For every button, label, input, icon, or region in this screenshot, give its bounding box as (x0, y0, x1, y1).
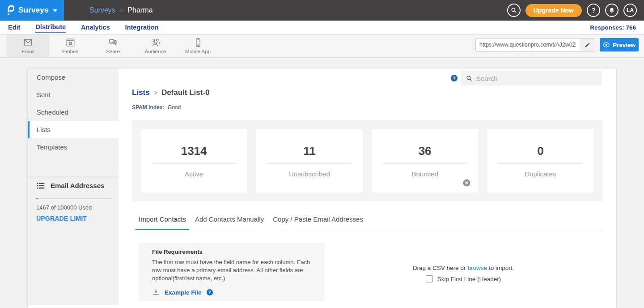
sidebar-item-sent[interactable]: Sent (28, 86, 119, 103)
questionpro-logo-icon (6, 4, 14, 16)
sidebar-item-lists[interactable]: Lists (28, 121, 119, 138)
mobile-phone-icon (193, 38, 203, 47)
spam-index-value: Good (168, 104, 181, 111)
topbar-breadcrumb: Surveys > Pharma (89, 6, 153, 14)
svg-text:$: $ (153, 38, 155, 43)
toolbar-item-label: Embed (62, 49, 78, 54)
clear-bounced-icon[interactable] (462, 179, 471, 187)
question-mark-icon: ? (453, 76, 455, 81)
question-mark-icon: ? (592, 7, 596, 14)
avatar-initials: LA (627, 7, 634, 13)
avatar[interactable]: LA (623, 4, 637, 17)
topbar-actions: Upgrade Now ? LA (507, 4, 644, 17)
stat-divider (382, 163, 467, 164)
stat-label: Unsubscribed (289, 170, 330, 178)
list-stats-panel: 1314 Active 11 Unsubscribed 36 Bounced 0 (132, 120, 602, 201)
survey-url-field (475, 38, 595, 51)
share-bubbles-icon (108, 38, 118, 47)
edit-pencil-icon (585, 42, 590, 48)
preview-button[interactable]: Preview (600, 38, 639, 51)
sidebar-item-compose[interactable]: Compose (28, 68, 119, 86)
stat-card-active[interactable]: 1314 Active (141, 129, 247, 192)
toolbar-item-label: Mobile App (185, 49, 211, 54)
usage-progress-bar (36, 198, 112, 199)
product-switcher[interactable]: Surveys (0, 0, 64, 21)
stat-divider (498, 163, 583, 164)
toolbar-item-share[interactable]: Share (92, 34, 134, 57)
topbar: Surveys Surveys > Pharma Upgrade Now ? L (0, 0, 644, 21)
upgrade-now-button[interactable]: Upgrade Now (525, 4, 582, 17)
stat-divider (267, 163, 352, 164)
toolbar-item-label: Audience (145, 49, 166, 54)
email-envelope-icon (23, 38, 33, 47)
stat-value: 11 (303, 144, 316, 158)
list-lines-icon (37, 182, 45, 189)
tab-import-contacts[interactable]: Import Contacts (136, 215, 189, 230)
question-mark-icon: ? (208, 290, 211, 295)
tab-edit[interactable]: Edit (8, 22, 20, 32)
tab-integration[interactable]: Integration (125, 22, 159, 32)
toolbar-item-mobile-app[interactable]: Mobile App (177, 34, 219, 57)
contacts-tabs: Import Contacts Add Contacts Manually Co… (136, 215, 602, 230)
skip-first-line-row: Skip First Line (Header) (426, 275, 501, 282)
upgrade-limit-link[interactable]: UPGRADE LIMIT (36, 215, 87, 222)
list-breadcrumb: Lists > Default List-0 (132, 88, 210, 97)
stat-card-duplicates[interactable]: 0 Duplicates (487, 129, 593, 192)
tab-copy-paste-email-addresses[interactable]: Copy / Paste Email Addresses (270, 215, 366, 230)
edit-url-button[interactable] (580, 38, 595, 51)
example-file-link[interactable]: Example File (165, 289, 202, 296)
file-requirements-body: The first row must have the field name f… (152, 258, 311, 282)
email-addresses-title: Email Addresses (51, 182, 104, 189)
browse-link[interactable]: browse (467, 265, 487, 271)
stat-label: Bounced (412, 170, 438, 178)
file-requirements-box: File Requirements The first row must hav… (139, 243, 324, 301)
tab-add-contacts-manually[interactable]: Add Contacts Manually (192, 215, 267, 230)
list-search-box (461, 71, 602, 86)
questionpro-distribute-screen: Surveys Surveys > Pharma Upgrade Now ? L (0, 0, 644, 308)
breadcrumb-lists-link[interactable]: Lists (132, 88, 150, 97)
stat-value: 0 (537, 144, 543, 158)
magnifier-icon (466, 75, 472, 81)
survey-nav: Edit Distribute Analytics Integration Re… (0, 21, 644, 34)
csv-dropzone[interactable]: Drag a CSV here orbrowseto import. Skip … (324, 265, 602, 284)
example-file-row: Example File ? (152, 289, 315, 296)
bell-icon (609, 7, 615, 13)
chevron-down-icon (53, 9, 57, 12)
skip-first-line-checkbox[interactable] (426, 275, 433, 282)
responses-count[interactable]: Responses: 766 (590, 24, 636, 31)
search-button[interactable] (507, 4, 521, 17)
toolbar-item-label: Share (106, 49, 120, 54)
toolbar-item-email[interactable]: Email (7, 34, 49, 57)
lists-help-button[interactable]: ? (451, 75, 458, 81)
toolbar-item-embed[interactable]: Embed (49, 34, 92, 57)
example-file-help-icon[interactable]: ? (207, 289, 213, 295)
help-button[interactable]: ? (587, 4, 600, 17)
toolbar-item-audience[interactable]: $ Audience (134, 34, 177, 57)
search-icon (511, 7, 517, 13)
notifications-button[interactable] (605, 4, 619, 17)
audience-people-dollar-icon: $ (150, 38, 161, 47)
search-input[interactable] (476, 75, 602, 82)
usage-text: 1467 of 100000 Used (36, 204, 92, 211)
stat-card-unsubscribed[interactable]: 11 Unsubscribed (256, 129, 362, 192)
breadcrumb-surveys-link[interactable]: Surveys (89, 6, 115, 14)
survey-url-input[interactable] (476, 38, 580, 51)
content-card: Compose Sent Scheduled Lists Templates E… (28, 68, 616, 308)
survey-name: Pharma (127, 6, 153, 14)
email-sidebar: Compose Sent Scheduled Lists Templates E… (28, 68, 119, 305)
tab-analytics[interactable]: Analytics (81, 22, 110, 32)
product-name: Surveys (18, 6, 49, 15)
tab-distribute[interactable]: Distribute (35, 22, 66, 33)
current-list-name: Default List-0 (161, 88, 210, 97)
stat-value: 1314 (181, 144, 207, 158)
stat-divider (152, 163, 237, 164)
stat-label: Duplicates (525, 170, 556, 178)
dropzone-text-after: to import. (489, 265, 514, 271)
sidebar-item-templates[interactable]: Templates (28, 138, 119, 156)
sidebar-item-scheduled[interactable]: Scheduled (28, 103, 119, 121)
stat-card-bounced[interactable]: 36 Bounced (372, 129, 478, 192)
sidebar-divider (28, 176, 119, 176)
usage-progress-fill (36, 198, 38, 199)
dropzone-text-before: Drag a CSV here or (413, 265, 466, 271)
stat-value: 36 (419, 144, 432, 158)
